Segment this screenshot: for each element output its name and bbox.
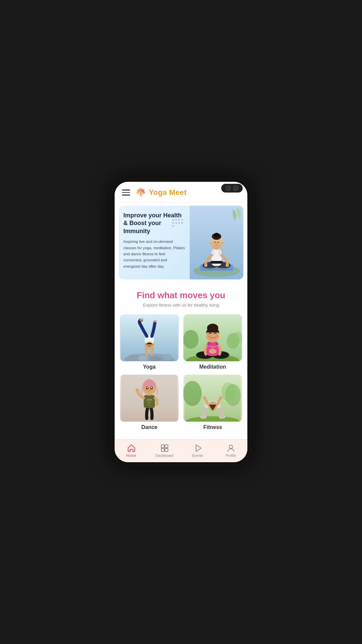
svg-rect-93 bbox=[165, 448, 168, 451]
svg-point-26 bbox=[226, 264, 229, 267]
svg-point-81 bbox=[183, 381, 202, 406]
camera-lens-2 bbox=[233, 185, 238, 191]
category-card-dance[interactable]: ZUMBA DANCE CO. bbox=[120, 375, 179, 430]
svg-rect-91 bbox=[165, 445, 168, 448]
hero-text: Improve your Health & Boost your Immunit… bbox=[119, 206, 190, 279]
nav-events[interactable]: Events bbox=[181, 442, 214, 459]
dots-decoration bbox=[172, 219, 186, 227]
meditation-illustration bbox=[183, 314, 242, 361]
nav-home[interactable]: Home bbox=[115, 442, 148, 459]
yoga-label: Yoga bbox=[143, 364, 156, 370]
svg-point-65 bbox=[219, 334, 221, 336]
svg-point-64 bbox=[205, 334, 207, 336]
svg-point-46 bbox=[145, 341, 153, 350]
fitness-illustration bbox=[183, 375, 242, 422]
section-subtitle: Explore fitness with us for healthy livi… bbox=[120, 303, 242, 308]
nav-profile[interactable]: Profile bbox=[214, 442, 247, 459]
bottom-nav: Home Dashboard bbox=[115, 439, 247, 462]
camera-module bbox=[221, 184, 243, 193]
svg-point-25 bbox=[204, 264, 207, 267]
svg-rect-92 bbox=[161, 448, 164, 451]
svg-point-48 bbox=[183, 330, 199, 349]
section-main-title: Find what moves you bbox=[120, 290, 242, 301]
svg-point-33 bbox=[222, 243, 223, 244]
svg-point-62 bbox=[206, 335, 210, 338]
svg-point-79 bbox=[151, 387, 152, 388]
svg-point-32 bbox=[210, 243, 211, 244]
yoga-illustration bbox=[120, 314, 179, 361]
hero-subtitle: Inspiring live and on-demand classes for… bbox=[123, 238, 185, 269]
svg-point-31 bbox=[216, 243, 217, 244]
camera-lens-1 bbox=[226, 185, 231, 191]
dashboard-icon bbox=[160, 444, 169, 452]
hero-image bbox=[190, 206, 243, 279]
bottom-spacer bbox=[115, 434, 247, 439]
svg-point-38 bbox=[138, 355, 148, 361]
app-name: Yoga Meet bbox=[149, 188, 187, 197]
svg-point-57 bbox=[212, 347, 214, 349]
events-icon bbox=[193, 444, 202, 452]
home-label: Home bbox=[126, 453, 136, 458]
category-card-fitness[interactable]: Fitness bbox=[183, 375, 242, 430]
dance-image: ZUMBA DANCE CO. bbox=[120, 375, 179, 422]
svg-point-37 bbox=[128, 354, 139, 361]
dashboard-label: Dashboard bbox=[156, 453, 174, 458]
svg-rect-22 bbox=[213, 249, 215, 256]
nav-dashboard[interactable]: Dashboard bbox=[148, 442, 181, 459]
svg-point-95 bbox=[229, 445, 233, 448]
fitness-image bbox=[183, 375, 242, 422]
svg-point-88 bbox=[219, 396, 222, 399]
svg-rect-34 bbox=[206, 268, 227, 269]
phone-frame: Yoga Meet Improve your Health & Boost yo… bbox=[111, 178, 251, 466]
logo-area: Yoga Meet bbox=[135, 186, 187, 199]
meditation-label: Meditation bbox=[199, 364, 226, 370]
svg-point-39 bbox=[149, 356, 162, 361]
svg-point-87 bbox=[203, 396, 206, 399]
hero-banner: Improve your Health & Boost your Immunit… bbox=[119, 206, 243, 279]
dance-illustration: ZUMBA DANCE CO. bbox=[120, 375, 179, 422]
svg-rect-24 bbox=[210, 261, 223, 264]
home-icon bbox=[127, 444, 136, 452]
yoga-image bbox=[120, 314, 179, 361]
svg-point-83 bbox=[222, 382, 235, 401]
logo-icon bbox=[135, 186, 147, 199]
phone-screen: Yoga Meet Improve your Health & Boost yo… bbox=[115, 182, 247, 462]
svg-text:CO.: CO. bbox=[148, 404, 150, 406]
app-content[interactable]: Yoga Meet Improve your Health & Boost yo… bbox=[115, 182, 247, 439]
svg-rect-23 bbox=[219, 249, 221, 256]
fitness-label: Fitness bbox=[203, 424, 222, 430]
svg-point-63 bbox=[215, 335, 219, 338]
profile-label: Profile bbox=[226, 453, 236, 458]
hero-yoga-illustration bbox=[190, 206, 243, 279]
meditation-image bbox=[183, 314, 242, 361]
profile-icon bbox=[227, 444, 235, 452]
category-card-yoga[interactable]: Yoga bbox=[120, 314, 179, 370]
events-label: Events bbox=[192, 453, 203, 458]
svg-point-30 bbox=[214, 233, 219, 237]
section-header: Find what moves you Explore fitness with… bbox=[115, 283, 247, 310]
svg-point-50 bbox=[233, 331, 242, 344]
svg-rect-90 bbox=[161, 445, 164, 448]
svg-point-40 bbox=[163, 354, 172, 360]
svg-text:DANCE: DANCE bbox=[147, 402, 152, 403]
category-grid: Yoga bbox=[115, 310, 247, 434]
dance-label: Dance bbox=[141, 424, 157, 430]
svg-point-78 bbox=[146, 387, 148, 388]
svg-text:ZUMBA: ZUMBA bbox=[146, 399, 152, 401]
svg-marker-94 bbox=[196, 445, 201, 451]
category-card-meditation[interactable]: Meditation bbox=[183, 314, 242, 370]
menu-button[interactable] bbox=[121, 188, 131, 197]
svg-point-73 bbox=[135, 388, 139, 392]
